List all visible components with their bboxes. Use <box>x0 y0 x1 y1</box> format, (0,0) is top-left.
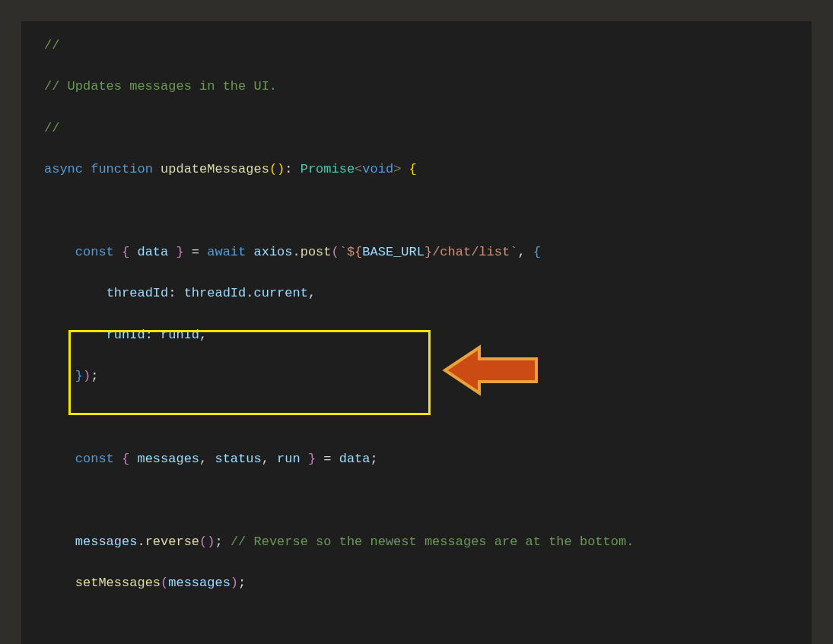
identifier: data <box>339 452 370 466</box>
identifier: runId <box>161 328 199 342</box>
keyword: async <box>44 162 83 176</box>
method: reverse <box>145 535 199 549</box>
identifier: threadId <box>184 286 246 300</box>
string: }/chat/list` <box>424 245 517 259</box>
identifier: run <box>277 452 300 466</box>
identifier: data <box>137 245 168 259</box>
code-block[interactable]: // // Updates messages in the UI. // asy… <box>44 35 812 644</box>
method: post <box>300 245 332 259</box>
identifier: status <box>215 452 261 466</box>
keyword: void <box>362 162 393 176</box>
comment-line: // Reverse so the newest messages are at… <box>231 535 634 549</box>
keyword: await <box>207 245 246 259</box>
comment-line: // <box>44 121 59 135</box>
function-call: setMessages <box>75 576 161 590</box>
identifier: messages <box>75 535 138 549</box>
identifier: BASE_URL <box>362 245 424 259</box>
identifier: current <box>253 286 307 300</box>
comment-line: // Updates messages in the UI. <box>44 79 277 94</box>
identifier: threadId <box>107 286 169 300</box>
keyword: function <box>91 162 153 176</box>
function-name: updateMessages <box>161 162 269 176</box>
type: Promise <box>300 162 355 176</box>
identifier: runId <box>107 328 145 342</box>
identifier: messages <box>168 576 231 590</box>
keyword: const <box>75 245 114 259</box>
comment-line: // <box>44 38 59 52</box>
identifier: axios <box>253 245 292 259</box>
code-editor-panel: // // Updates messages in the UI. // asy… <box>21 21 812 644</box>
identifier: messages <box>137 452 199 466</box>
keyword: const <box>75 452 114 466</box>
